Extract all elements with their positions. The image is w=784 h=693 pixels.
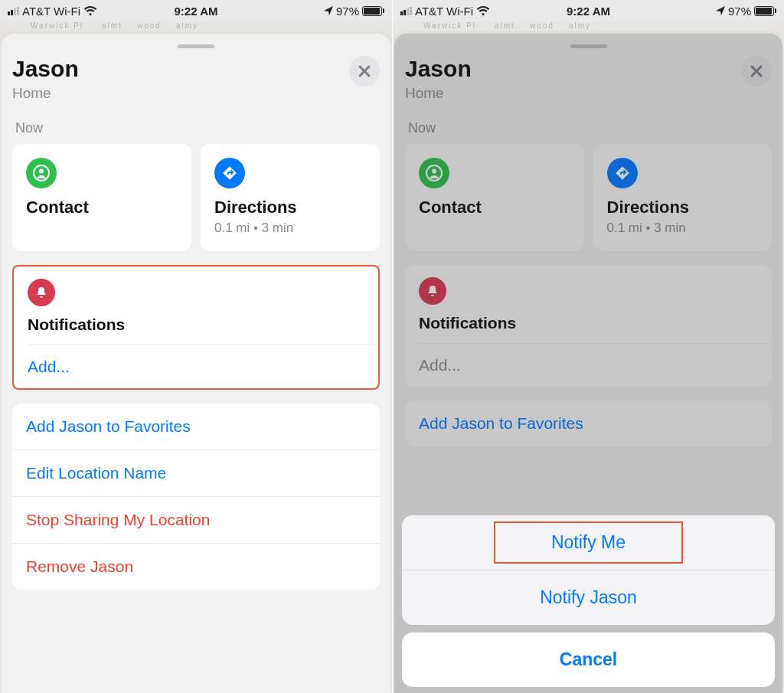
cellular-signal-icon bbox=[8, 7, 19, 15]
directions-subtitle: 0.1 mi • 3 min bbox=[214, 221, 366, 236]
notifications-title: Notifications bbox=[28, 315, 364, 334]
remove-person[interactable]: Remove Jason bbox=[12, 543, 380, 590]
contact-title: Contact bbox=[26, 198, 178, 217]
status-bar: AT&T Wi-Fi 9:22 AM 97% bbox=[393, 0, 784, 21]
edit-location-name[interactable]: Edit Location Name bbox=[12, 449, 380, 496]
location-arrow-icon bbox=[716, 6, 725, 15]
detail-sheet: Jason Home Now Contact bbox=[394, 34, 782, 693]
directions-title: Directions bbox=[214, 198, 366, 217]
action-sheet: Notify Me Notify Jason Cancel bbox=[402, 515, 775, 687]
svg-point-1 bbox=[39, 169, 44, 174]
carrier-label: AT&T Wi-Fi bbox=[415, 5, 473, 18]
contact-icon bbox=[26, 158, 57, 188]
carrier-label: AT&T Wi-Fi bbox=[22, 5, 80, 18]
cellular-signal-icon bbox=[400, 7, 412, 15]
add-favorites[interactable]: Add Jason to Favorites bbox=[12, 404, 380, 449]
person-location: Home bbox=[12, 85, 79, 102]
directions-icon bbox=[214, 158, 245, 188]
status-bar: AT&T Wi-Fi 9:22 AM 97% bbox=[0, 0, 392, 21]
notifications-panel: Notifications Add... bbox=[12, 265, 380, 390]
close-icon bbox=[358, 64, 371, 78]
sheet-grabber[interactable] bbox=[178, 44, 214, 48]
cancel-button[interactable]: Cancel bbox=[402, 633, 775, 687]
detail-sheet: Jason Home Now Contact bbox=[2, 34, 390, 693]
notifications-add[interactable]: Add... bbox=[14, 345, 378, 388]
battery-icon bbox=[754, 6, 776, 16]
stop-sharing[interactable]: Stop Sharing My Location bbox=[12, 496, 380, 543]
bell-icon bbox=[28, 279, 55, 306]
close-button[interactable] bbox=[349, 56, 380, 87]
battery-percent: 97% bbox=[336, 5, 359, 18]
notify-other[interactable]: Notify Jason bbox=[402, 570, 775, 625]
status-time: 9:22 AM bbox=[567, 5, 610, 18]
directions-card[interactable]: Directions 0.1 mi • 3 min bbox=[201, 144, 380, 251]
contact-card[interactable]: Contact bbox=[12, 144, 191, 251]
battery-percent: 97% bbox=[728, 5, 751, 18]
status-time: 9:22 AM bbox=[175, 5, 218, 18]
timestamp-label: Now bbox=[15, 120, 380, 136]
wifi-icon bbox=[476, 6, 490, 16]
wifi-icon bbox=[83, 6, 97, 16]
notify-me[interactable]: Notify Me bbox=[402, 515, 775, 570]
actions-list: Add Jason to Favorites Edit Location Nam… bbox=[12, 404, 380, 590]
person-name: Jason bbox=[12, 56, 79, 82]
notify-me-label: Notify Me bbox=[551, 532, 626, 552]
location-arrow-icon bbox=[324, 6, 333, 15]
battery-icon bbox=[362, 6, 384, 16]
